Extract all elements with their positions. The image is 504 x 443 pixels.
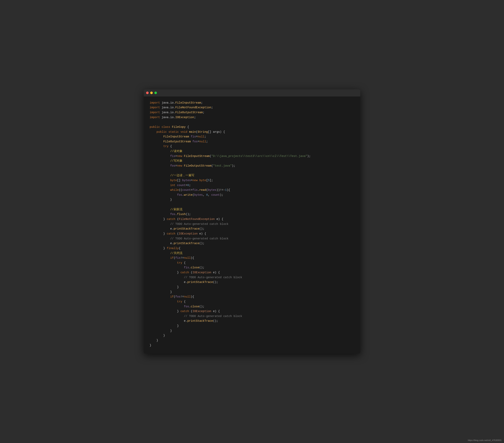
code-line <box>150 202 354 207</box>
code-line: // TODO Auto-generated catch block <box>150 275 354 280</box>
code-line: } <box>150 323 354 328</box>
code-line: try { <box>150 260 354 265</box>
code-line: fos.close(); <box>150 304 354 309</box>
code-line: } <box>150 285 354 290</box>
code-line: } <box>150 290 354 295</box>
code-line: byte[] bytes=new byte[5]; <box>150 178 354 183</box>
code-line: } <box>150 333 354 338</box>
code-line: fos.write(bytes, 0, count); <box>150 193 354 198</box>
code-line: fos=new FileOutputStream("test.java"); <box>150 164 354 168</box>
code-line: try { <box>150 144 354 149</box>
code-line: //一边读，一遍写 <box>150 173 354 178</box>
code-line: // TODO Auto-generated catch block <box>150 222 354 227</box>
code-line: import java.io.IOException; <box>150 115 354 120</box>
code-line: //关闭流 <box>150 251 354 256</box>
code-line: e.printStackTrace(); <box>150 226 354 231</box>
code-line: } catch (IOException e) { <box>150 270 354 275</box>
maximize-button[interactable] <box>154 92 157 94</box>
code-line: public static void main(String[] args) { <box>150 129 354 134</box>
code-line: import java.io.FileOutputStream; <box>150 110 354 115</box>
code-line: //读对象 <box>150 149 354 154</box>
code-line: fis=new FileInputStream("D:\\java_projec… <box>150 154 354 159</box>
code-line: import java.io.FileNotFoundException; <box>150 105 354 110</box>
code-line: } <box>150 338 354 343</box>
code-line: } catch (IOException e) { <box>150 231 354 236</box>
code-line: if(fis!=null){ <box>150 256 354 260</box>
code-line: import java.io.FileInputStream; <box>150 100 354 105</box>
code-line: e.printStackTrace(); <box>150 319 354 323</box>
code-line: //刷新流 <box>150 207 354 212</box>
code-line: // TODO Auto-generated catch block <box>150 314 354 319</box>
close-button[interactable] <box>146 92 149 94</box>
code-line: int count=0; <box>150 183 354 188</box>
code-line: //写对象 <box>150 159 354 164</box>
code-line: while((count=fis.read(bytes))!=-1){ <box>150 188 354 193</box>
code-line: if(fos!=null){ <box>150 294 354 299</box>
code-line: FileOutputStream fos=null; <box>150 139 354 144</box>
code-line: e.printStackTrace(); <box>150 241 354 246</box>
code-line: public class FileCopy { <box>150 125 354 129</box>
code-line: } <box>150 328 354 333</box>
code-line: } catch (IOException e) { <box>150 309 354 314</box>
code-line: e.printStackTrace(); <box>150 280 354 285</box>
code-line: } <box>150 197 354 202</box>
code-line <box>150 168 354 173</box>
code-window: import java.io.FileInputStream; import j… <box>144 89 360 354</box>
code-line: try { <box>150 299 354 304</box>
code-line: FileInputStream fis=null; <box>150 134 354 139</box>
code-line: fis.close(); <box>150 265 354 270</box>
code-line: } catch (FileNotFoundException e) { <box>150 217 354 222</box>
code-line: } finally{ <box>150 246 354 251</box>
minimize-button[interactable] <box>150 92 153 94</box>
code-editor: import java.io.FileInputStream; import j… <box>144 96 360 354</box>
code-line: // TODO Auto-generated catch block <box>150 236 354 241</box>
code-line: } <box>150 343 354 348</box>
titlebar <box>144 89 360 96</box>
code-line <box>150 120 354 125</box>
code-line: fos.flush(); <box>150 212 354 217</box>
url-bar: https://blog.csdn.net/m0_47630931 <box>468 439 502 442</box>
